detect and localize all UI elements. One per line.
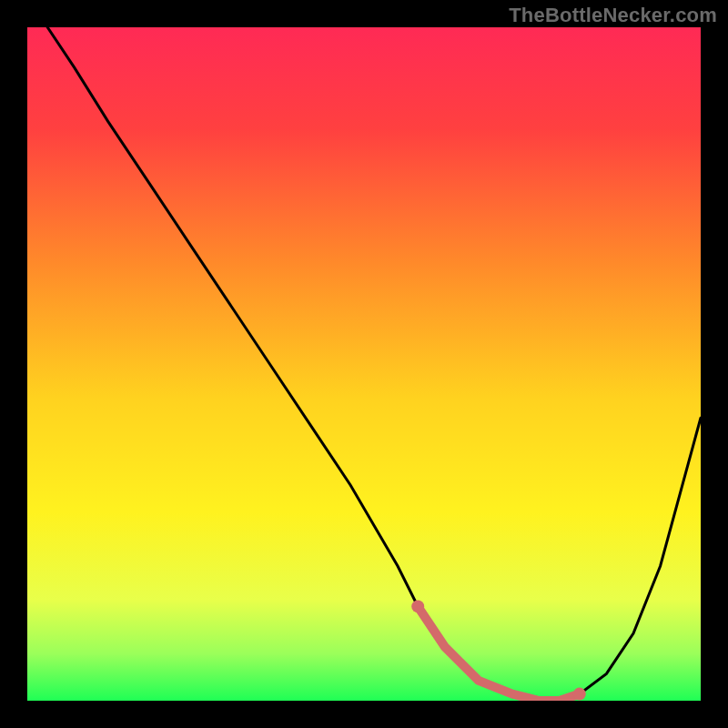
gradient-background: [27, 27, 701, 701]
chart-svg: [27, 27, 701, 701]
sweet-spot-start-dot: [411, 600, 424, 612]
watermark-label: TheBottleNecker.com: [509, 4, 717, 27]
chart-frame: TheBottleNecker.com: [0, 0, 728, 728]
plot-area: [27, 27, 701, 701]
sweet-spot-end-dot: [573, 688, 586, 701]
